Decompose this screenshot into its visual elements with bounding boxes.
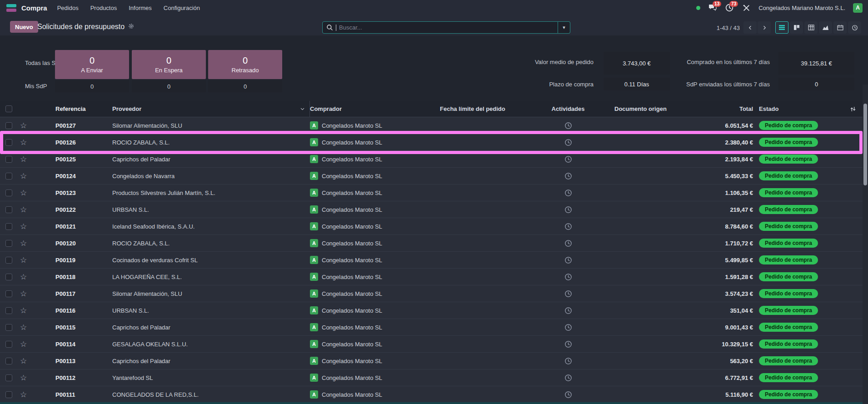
- star-icon[interactable]: ☆: [16, 339, 36, 349]
- row-checkbox[interactable]: [5, 341, 12, 348]
- row-checkbox[interactable]: [5, 290, 12, 297]
- new-button[interactable]: Nuevo: [10, 21, 38, 33]
- table-row[interactable]: ☆P00115Caprichos del PaladarACongelados …: [0, 319, 863, 336]
- kpi-waiting-all[interactable]: 0 En Espera: [132, 50, 206, 79]
- view-settings-gear-icon[interactable]: [128, 23, 134, 31]
- activity-clock-icon[interactable]: [564, 139, 572, 146]
- star-icon[interactable]: ☆: [16, 205, 36, 214]
- vertical-scrollbar[interactable]: [863, 85, 868, 404]
- table-row[interactable]: ☆P00120ROCIO ZABALA, S.L.ACongelados Mar…: [0, 235, 863, 252]
- activity-clock-icon[interactable]: [564, 239, 572, 247]
- star-icon[interactable]: ☆: [16, 356, 36, 366]
- table-row[interactable]: ☆P00124Congelados de NavarraACongelados …: [0, 168, 863, 185]
- pager-previous-button[interactable]: [743, 21, 757, 34]
- view-list-button[interactable]: [775, 21, 788, 34]
- activity-clock-icon[interactable]: [564, 172, 572, 180]
- header-total[interactable]: Total: [709, 105, 757, 112]
- stat-purchased-7d-value[interactable]: 39.125,81 €: [778, 52, 854, 75]
- header-actividades[interactable]: Actividades: [541, 105, 595, 112]
- star-icon[interactable]: ☆: [16, 239, 36, 248]
- star-icon[interactable]: ☆: [16, 171, 36, 181]
- table-row[interactable]: ☆P00117Silomar Alimentación, SLUACongela…: [0, 285, 863, 302]
- row-checkbox[interactable]: [5, 139, 12, 146]
- star-icon[interactable]: ☆: [16, 306, 36, 315]
- view-calendar-button[interactable]: [833, 21, 847, 34]
- table-row[interactable]: ☆P00111CONGELADOS DE LA RED,S.L.ACongela…: [0, 386, 863, 403]
- view-graph-button[interactable]: [819, 21, 832, 34]
- row-checkbox[interactable]: [5, 240, 12, 247]
- table-row[interactable]: ☆P00125Caprichos del PaladarACongelados …: [0, 151, 863, 168]
- row-checkbox[interactable]: [5, 358, 12, 364]
- activities-clock-icon[interactable]: 73: [725, 3, 734, 12]
- apps-menu-logo-icon[interactable]: [6, 4, 16, 12]
- activity-clock-icon[interactable]: [564, 357, 572, 365]
- activity-clock-icon[interactable]: [564, 324, 572, 331]
- menu-productos[interactable]: Productos: [90, 5, 117, 11]
- activity-clock-icon[interactable]: [564, 189, 572, 197]
- row-checkbox[interactable]: [5, 190, 12, 196]
- optional-columns-icon[interactable]: [843, 106, 863, 112]
- activity-clock-icon[interactable]: [564, 290, 572, 298]
- kpi-late-mine[interactable]: 0: [208, 80, 282, 92]
- kpi-late-all[interactable]: 0 Retrasado: [208, 50, 282, 79]
- pager-next-button[interactable]: [758, 21, 771, 34]
- select-all-checkbox[interactable]: [5, 105, 12, 112]
- table-row[interactable]: ☆P00119Cocinados de verduras Cofrit SLAC…: [0, 252, 863, 269]
- star-icon[interactable]: ☆: [16, 289, 36, 299]
- table-row[interactable]: ☆P00118LA HOGAREÑA CEE, S.L.ACongelados …: [0, 269, 863, 285]
- star-icon[interactable]: ☆: [16, 390, 36, 399]
- row-checkbox[interactable]: [5, 307, 12, 314]
- table-row[interactable]: ☆P00112Yantarefood SLACongelados Maroto …: [0, 369, 863, 386]
- tools-debug-icon[interactable]: [742, 3, 751, 12]
- table-row[interactable]: ☆P00113Caprichos del PaladarACongelados …: [0, 353, 863, 369]
- table-row[interactable]: ☆P00122URBSAN S.L.ACongelados Maroto SL2…: [0, 201, 863, 218]
- table-row[interactable]: ☆P00126ROCIO ZABALA, S.L.ACongelados Mar…: [0, 134, 863, 151]
- kpi-to-send-mine[interactable]: 0: [55, 80, 129, 92]
- header-fecha-limite[interactable]: Fecha límite del pedido: [440, 105, 541, 112]
- row-checkbox[interactable]: [5, 374, 12, 381]
- row-checkbox[interactable]: [5, 156, 12, 163]
- star-icon[interactable]: ☆: [16, 272, 36, 282]
- header-documento-origen[interactable]: Documento origen: [595, 105, 709, 112]
- header-estado[interactable]: Estado: [757, 105, 843, 112]
- kpi-waiting-mine[interactable]: 0: [132, 80, 206, 92]
- scrollbar-thumb[interactable]: [863, 104, 867, 185]
- header-proveedor[interactable]: Proveedor: [112, 101, 310, 117]
- activity-clock-icon[interactable]: [564, 155, 572, 163]
- table-row[interactable]: ☆P00121Iceland Seafood Ibérica, S.A.U.AC…: [0, 218, 863, 235]
- menu-configuracion[interactable]: Configuración: [164, 5, 200, 11]
- kpi-to-send-all[interactable]: 0 A Enviar: [55, 50, 129, 79]
- row-checkbox[interactable]: [5, 206, 12, 213]
- row-checkbox[interactable]: [5, 173, 12, 180]
- row-checkbox[interactable]: [5, 274, 12, 280]
- table-row[interactable]: ☆P00116URBSAN S.L.ACongelados Maroto SL3…: [0, 302, 863, 319]
- table-row[interactable]: ☆P00114GESALAGA OKELAN S.L.U.ACongelados…: [0, 336, 863, 353]
- table-row[interactable]: ☆P00127Silomar Alimentación, SLUACongela…: [0, 117, 863, 134]
- header-comprador[interactable]: Comprador: [310, 105, 440, 112]
- activity-clock-icon[interactable]: [564, 206, 572, 214]
- star-icon[interactable]: ☆: [16, 155, 36, 164]
- row-checkbox[interactable]: [5, 122, 12, 129]
- star-icon[interactable]: ☆: [16, 188, 36, 198]
- row-checkbox[interactable]: [5, 324, 12, 331]
- row-checkbox[interactable]: [5, 257, 12, 264]
- view-pivot-button[interactable]: [804, 21, 818, 34]
- activity-clock-icon[interactable]: [564, 307, 572, 314]
- view-kanban-button[interactable]: [790, 21, 803, 34]
- activity-clock-icon[interactable]: [564, 340, 572, 348]
- app-name[interactable]: Compra: [21, 4, 47, 12]
- stat-sent-7d-value[interactable]: 0: [778, 78, 854, 90]
- row-checkbox[interactable]: [5, 391, 12, 398]
- company-name[interactable]: Congelados Mariano Maroto S.L.: [758, 5, 845, 11]
- activity-clock-icon[interactable]: [564, 122, 572, 130]
- star-icon[interactable]: ☆: [16, 373, 36, 383]
- star-icon[interactable]: ☆: [16, 323, 36, 332]
- header-referencia[interactable]: Referencia: [36, 105, 112, 112]
- star-icon[interactable]: ☆: [16, 121, 36, 130]
- star-icon[interactable]: ☆: [16, 138, 36, 147]
- view-activity-button[interactable]: [848, 21, 861, 34]
- activity-clock-icon[interactable]: [564, 273, 572, 281]
- star-icon[interactable]: ☆: [16, 255, 36, 265]
- row-checkbox[interactable]: [5, 223, 12, 230]
- table-row[interactable]: ☆P00123Productos Silvestres Julián Martí…: [0, 185, 863, 201]
